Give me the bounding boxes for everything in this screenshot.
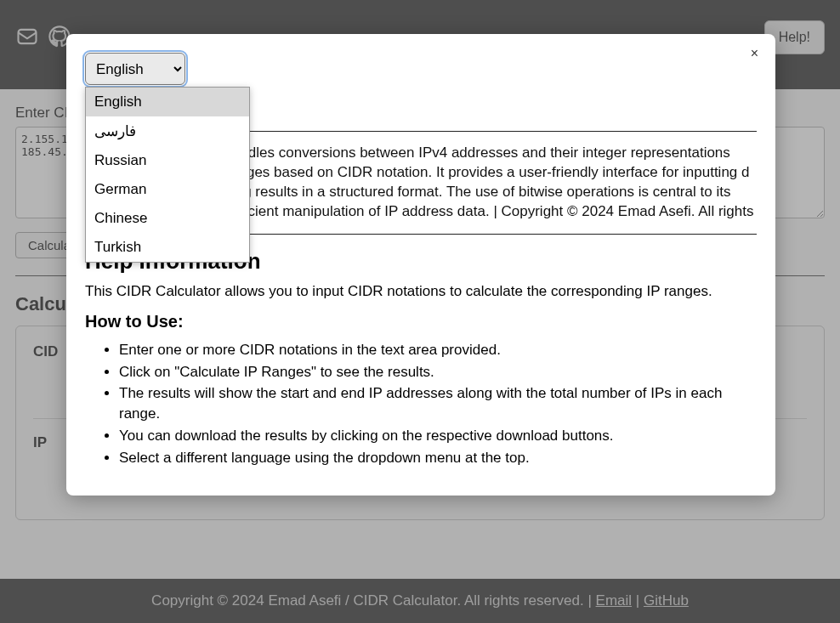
howto-heading: How to Use:: [85, 312, 757, 331]
lang-option-german[interactable]: German: [86, 175, 249, 204]
language-select[interactable]: English: [85, 53, 185, 85]
lang-option-chinese[interactable]: Chinese: [86, 204, 249, 233]
lang-option-russian[interactable]: Russian: [86, 146, 249, 175]
help-modal: × English English فارسی Russian German C…: [66, 34, 775, 496]
close-icon[interactable]: ×: [751, 46, 758, 61]
howto-item: Click on "Calculate IP Ranges" to see th…: [119, 362, 757, 382]
howto-item: Select a different language using the dr…: [119, 448, 757, 468]
help-intro-text: This CIDR Calculator allows you to input…: [85, 283, 757, 300]
lang-option-turkish[interactable]: Turkish: [86, 233, 249, 262]
lang-option-farsi[interactable]: فارسی: [86, 116, 249, 146]
lang-option-english[interactable]: English: [86, 88, 249, 116]
howto-item: You can download the results by clicking…: [119, 426, 757, 446]
howto-item: Enter one or more CIDR notations in the …: [119, 340, 757, 360]
language-dropdown: English فارسی Russian German Chinese Tur…: [85, 87, 250, 263]
howto-item: The results will show the start and end …: [119, 383, 757, 424]
howto-list: Enter one or more CIDR notations in the …: [119, 340, 757, 468]
